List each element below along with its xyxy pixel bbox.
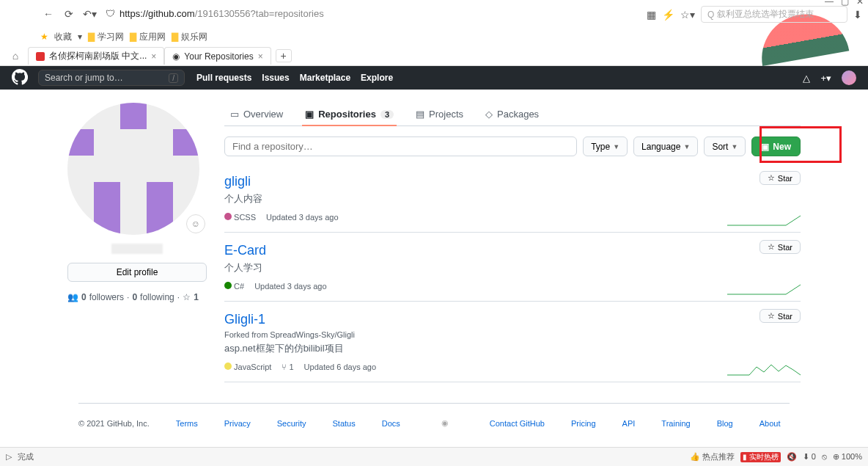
footer-link[interactable]: Status (333, 419, 356, 428)
new-tab-button[interactable]: + (276, 49, 292, 62)
footer-link[interactable]: Pricing (571, 419, 596, 428)
fork-count: 1 (289, 363, 293, 371)
folder-icon: ▇ (88, 32, 95, 42)
address-bar[interactable]: 🛡 https://github.com/1916130556?tab=repo… (98, 8, 324, 19)
repo-description: 个人学习 (224, 261, 801, 274)
bookmark-folder[interactable]: ▇学习网 (88, 31, 124, 43)
footer-link[interactable]: Training (661, 419, 690, 428)
tab-projects[interactable]: ▤Projects (413, 103, 466, 125)
repo-updated: Updated 3 days ago (254, 282, 326, 291)
qr-icon[interactable]: ▦ (647, 9, 656, 21)
home-icon[interactable]: ⌂ (7, 50, 23, 62)
nav-pull-requests[interactable]: Pull requests (196, 73, 251, 83)
username (111, 244, 163, 254)
repo-link[interactable]: E-Card (224, 243, 266, 258)
nav-explore[interactable]: Explore (361, 73, 393, 83)
browser-search-box[interactable]: Q 叙利亚总统选举投票结束 (701, 6, 847, 23)
repo-language: JavaScript (234, 363, 271, 371)
find-repository-input[interactable] (224, 136, 577, 156)
github-logo[interactable] (12, 69, 28, 87)
undo-dropdown-icon[interactable]: ↶▾ (84, 8, 95, 20)
forked-from-label: Forked from SpreadWings-Sky/Gligli (224, 330, 801, 339)
set-status-button[interactable]: ☺ (186, 214, 205, 233)
language-filter-dropdown[interactable]: Language▼ (633, 136, 698, 156)
footer-link[interactable]: Privacy (224, 419, 251, 428)
chevron-down-icon: ▼ (613, 143, 619, 150)
browser-search-placeholder: 叙利亚总统选举投票结束 (717, 8, 814, 21)
repo-link[interactable]: Gligli-1 (224, 312, 265, 327)
chevron-down-icon: ▼ (683, 143, 690, 150)
nav-issues[interactable]: Issues (262, 73, 289, 83)
type-filter-dropdown[interactable]: Type▼ (583, 136, 628, 156)
footer-link[interactable]: Terms (176, 419, 198, 428)
back-icon[interactable]: ← (43, 8, 54, 20)
block-icon[interactable]: ⦸ (822, 452, 827, 462)
favicon (36, 52, 45, 61)
activity-graph (727, 211, 801, 226)
forked-from-link[interactable]: SpreadWings-Sky/Gligli (270, 330, 355, 339)
star-button[interactable]: ☆Star (760, 309, 801, 323)
github-favicon: ◉ (172, 51, 180, 62)
repo-count-badge: 3 (380, 110, 394, 119)
folder-icon: ▇ (172, 32, 178, 42)
bookmark-folder[interactable]: ▇娱乐网 (172, 31, 207, 43)
edit-profile-button[interactable]: Edit profile (67, 263, 207, 282)
search-icon: Q (707, 10, 714, 20)
people-icon: 👥 (67, 292, 78, 302)
tab-close-icon[interactable]: × (151, 51, 156, 62)
tab-close-icon[interactable]: × (258, 51, 263, 62)
bolt-icon[interactable]: ⚡ (662, 9, 674, 21)
repo-description: asp.net框架下的仿bilibil项目 (224, 342, 801, 355)
tab-title: Your Repositories (184, 51, 253, 62)
star-button[interactable]: ☆Star (760, 240, 801, 254)
following-label[interactable]: following (140, 292, 174, 302)
favorite-icon[interactable]: ☆▾ (680, 9, 695, 21)
repo-list-item: Gligli-1 Forked from SpreadWings-Sky/Gli… (224, 302, 801, 382)
folder-icon: ▇ (130, 32, 136, 42)
github-search-input[interactable]: Search or jump to… / (38, 70, 185, 86)
followers-label[interactable]: followers (89, 292, 124, 302)
fork-icon: ⑂ (282, 363, 287, 371)
bookmark-folder[interactable]: ▇应用网 (130, 31, 166, 43)
repo-updated: Updated 3 days ago (266, 213, 338, 222)
reload-icon[interactable]: ⟳ (63, 8, 75, 20)
hot-list-badge[interactable]: ▮实时热榜 (740, 452, 781, 462)
tab-packages[interactable]: ◇Packages (482, 103, 542, 125)
star-button[interactable]: ☆Star (760, 171, 801, 185)
bookmarks-chevron-icon[interactable]: ▾ (78, 32, 82, 42)
slash-key-icon: / (169, 73, 178, 83)
repo-language: C# (234, 282, 244, 291)
github-mark-icon[interactable]: ◉ (441, 418, 449, 428)
language-color-dot (224, 363, 232, 370)
url-path: /1916130556?tab=repositories (195, 8, 324, 19)
nav-marketplace[interactable]: Marketplace (300, 73, 350, 83)
zoom-level[interactable]: ⊕ 100% (833, 452, 862, 462)
hot-recommend[interactable]: 👍 热点推荐 (690, 451, 735, 462)
followers-count: 0 (81, 292, 87, 302)
browser-tab[interactable]: ◉ Your Repositories × (164, 47, 271, 65)
following-count: 0 (132, 292, 137, 302)
download-status[interactable]: ⬇ 0 (803, 452, 816, 462)
footer-link[interactable]: Blog (717, 419, 733, 428)
footer-link[interactable]: About (760, 419, 781, 428)
sound-icon[interactable]: 🔇 (787, 452, 797, 462)
star-icon: ☆ (768, 173, 775, 183)
footer-link[interactable]: API (622, 419, 636, 428)
sort-filter-dropdown[interactable]: Sort▼ (704, 136, 746, 156)
tab-overview[interactable]: ▭Overview (227, 103, 286, 125)
lock-icon: 🛡 (106, 8, 115, 19)
notifications-icon[interactable]: △ (803, 73, 810, 84)
tab-repositories[interactable]: ▣Repositories3 (302, 103, 397, 125)
new-repository-button[interactable]: ▣New (751, 136, 801, 156)
download-icon[interactable]: ⬇ (853, 9, 862, 21)
repo-link[interactable]: gligli (224, 174, 251, 189)
plus-dropdown-icon[interactable]: +▾ (820, 73, 831, 84)
user-avatar-dropdown[interactable] (842, 70, 856, 85)
footer-link[interactable]: Contact GitHub (490, 419, 545, 428)
footer-link[interactable]: Security (277, 419, 306, 428)
star-icon: ☆ (183, 292, 191, 302)
play-icon[interactable]: ▷ (6, 452, 12, 462)
browser-tab[interactable]: 名侦探柯南剧场版 中文... × (28, 47, 164, 65)
tab-title: 名侦探柯南剧场版 中文... (49, 50, 147, 62)
footer-link[interactable]: Docs (382, 419, 400, 428)
